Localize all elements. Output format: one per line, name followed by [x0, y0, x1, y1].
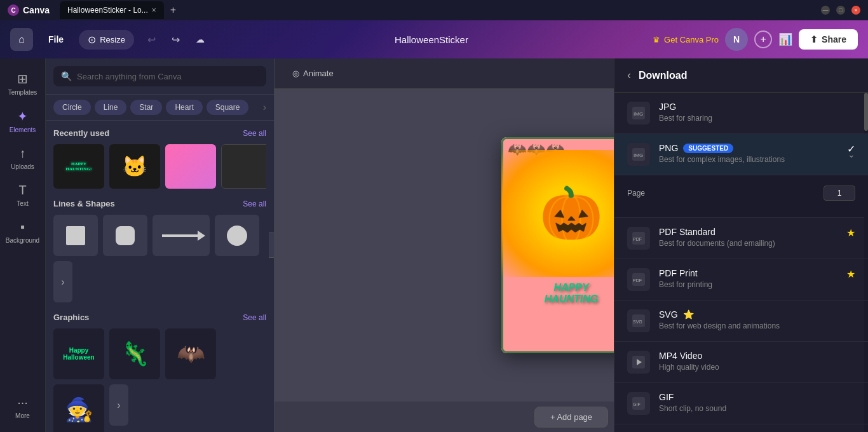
sidebar-label-uploads: Uploads — [11, 163, 34, 170]
sidebar-item-text[interactable]: T Text — [4, 178, 42, 212]
expand-icon: ⌄ — [848, 149, 855, 159]
share-label: Share — [822, 34, 846, 44]
pdf-standard-info: PDF Standard Best for documents (and ema… — [659, 227, 837, 248]
header-center: HalloweenSticker — [218, 34, 645, 45]
witch-emoji: 🧙 — [65, 396, 93, 423]
svg-text:GIF: GIF — [633, 402, 641, 407]
tab-close-button[interactable]: × — [152, 6, 156, 15]
home-button[interactable]: ⌂ — [10, 28, 33, 51]
format-item-pdf-print[interactable]: PDF PDF Print Best for printing ★ — [614, 259, 868, 300]
add-team-button[interactable]: + — [754, 30, 772, 48]
resize-icon: ⊙ — [88, 34, 96, 46]
shape-arrow[interactable] — [153, 215, 210, 256]
animate-button[interactable]: ◎ Animate — [285, 65, 341, 82]
new-tab-button[interactable]: + — [166, 3, 180, 17]
graphic-item-witch[interactable]: 🧙 — [53, 384, 104, 432]
recent-item-gradient[interactable] — [165, 144, 216, 189]
page-input[interactable]: 1 — [824, 186, 855, 201]
chip-line[interactable]: Line — [95, 100, 127, 115]
lines-shapes-title: Lines & Shapes — [53, 199, 115, 208]
shapes-more-button[interactable]: › — [53, 261, 72, 302]
graphic-item-text[interactable]: HappyHalloween — [53, 328, 104, 379]
shape-rounded[interactable] — [103, 215, 147, 256]
download-action-row: Download — [614, 424, 868, 432]
add-page-button[interactable]: + Add page — [534, 407, 608, 428]
chip-heart[interactable]: Heart — [166, 100, 202, 115]
graphics-header: Graphics See all — [53, 313, 266, 322]
download-scroll[interactable]: IMG JPG Best for sharing IMG — [614, 93, 868, 432]
resize-button[interactable]: ⊙ Resize — [79, 30, 134, 50]
app-name: Canva — [23, 5, 50, 15]
download-back-button[interactable]: ‹ — [627, 69, 631, 82]
graphic-halloween-text: HappyHalloween — [63, 347, 94, 361]
analytics-button[interactable]: 📊 — [778, 32, 792, 46]
minimize-button[interactable]: — — [821, 6, 830, 15]
graphic-item-bat[interactable]: 🦇 — [165, 328, 216, 379]
recently-used-header: Recently used See all — [53, 128, 266, 138]
shape-circle[interactable] — [215, 215, 259, 256]
recent-item-dark[interactable] — [221, 144, 266, 189]
collapse-panel-button[interactable]: ‹ — [269, 233, 275, 258]
graphic-item-dragon[interactable]: 🦎 — [109, 328, 160, 379]
chip-star[interactable]: Star — [130, 100, 162, 115]
sidebar-item-elements[interactable]: ✦ Elements — [4, 104, 42, 138]
pdf-standard-icon: PDF — [627, 227, 650, 250]
tab-title: HalloweenSticker - Lo... — [67, 6, 148, 15]
pdf-print-info: PDF Print Best for printing — [659, 268, 837, 289]
sidebar-label-background: Background — [6, 237, 39, 244]
recent-item-text[interactable]: HAPPYHAUNTING! — [53, 144, 104, 189]
chip-circle[interactable]: Circle — [53, 100, 91, 115]
edit-toolbar: ↩ ↪ ☁ — [142, 29, 210, 50]
templates-icon: ⊞ — [17, 71, 28, 86]
chips-more-button[interactable]: › — [263, 102, 266, 113]
sidebar-item-uploads[interactable]: ↑ Uploads — [4, 141, 42, 175]
sidebar-item-background[interactable]: ▪ Background — [4, 215, 42, 249]
dragon-emoji: 🦎 — [121, 341, 149, 367]
active-tab[interactable]: HalloweenSticker - Lo... × — [60, 1, 164, 19]
save-button[interactable]: ☁ — [190, 29, 210, 50]
user-avatar[interactable]: N — [725, 28, 748, 51]
redo-button[interactable]: ↪ — [166, 29, 186, 50]
animate-label: Animate — [303, 69, 334, 78]
background-icon: ▪ — [20, 220, 25, 234]
chip-square[interactable]: Square — [207, 100, 249, 115]
format-item-png[interactable]: IMG PNG SUGGESTED Best for complex image… — [614, 134, 868, 175]
pdf-standard-name: PDF Standard — [659, 227, 837, 237]
jpg-desc: Best for sharing — [659, 114, 855, 123]
get-pro-button[interactable]: ♛ Get Canva Pro — [653, 35, 719, 44]
circle-shape — [227, 226, 247, 246]
sidebar-label-templates: Templates — [8, 89, 37, 96]
svg-text:PDF: PDF — [633, 237, 642, 241]
mp4-info: MP4 Video High quality video — [659, 351, 855, 372]
canva-icon: C — [8, 4, 19, 16]
shape-square[interactable] — [53, 215, 98, 256]
recently-used-see-all[interactable]: See all — [243, 129, 266, 138]
sidebar-item-templates[interactable]: ⊞ Templates — [4, 66, 42, 101]
chips-row: Circle Line Star Heart Square › — [46, 95, 274, 121]
format-item-svg[interactable]: SVG SVG ⭐ Best for web design and animat… — [614, 300, 868, 342]
format-item-jpg[interactable]: IMG JPG Best for sharing — [614, 93, 868, 134]
share-button[interactable]: ⬆ Share — [799, 29, 858, 50]
animate-icon: ◎ — [292, 69, 299, 78]
format-item-gif[interactable]: GIF GIF Short clip, no sound — [614, 383, 868, 424]
recent-item-cat[interactable]: 🐱 — [109, 144, 160, 189]
undo-button[interactable]: ↩ — [142, 29, 162, 50]
sidebar-label-more: More — [15, 412, 30, 419]
format-item-pdf-standard[interactable]: PDF PDF Standard Best for documents (and… — [614, 218, 868, 259]
sidebar-label-elements: Elements — [10, 126, 36, 133]
maximize-button[interactable]: □ — [836, 6, 845, 15]
pdf-print-desc: Best for printing — [659, 280, 837, 289]
format-item-mp4[interactable]: MP4 Video High quality video — [614, 342, 868, 383]
graphics-more-button[interactable]: › — [109, 384, 128, 426]
gif-desc: Short clip, no sound — [659, 404, 855, 413]
file-menu[interactable]: File — [41, 30, 71, 48]
search-input[interactable] — [77, 72, 259, 81]
sidebar-item-more[interactable]: ··· More — [4, 390, 42, 424]
lines-shapes-see-all[interactable]: See all — [243, 199, 266, 208]
page-counter: 1 — [824, 186, 855, 201]
svg-name: SVG ⭐ — [659, 309, 855, 320]
sidebar-label-text: Text — [17, 200, 28, 207]
close-button[interactable]: × — [851, 6, 860, 15]
search-input-wrap[interactable]: 🔍 — [53, 66, 266, 86]
graphics-see-all[interactable]: See all — [243, 313, 266, 322]
